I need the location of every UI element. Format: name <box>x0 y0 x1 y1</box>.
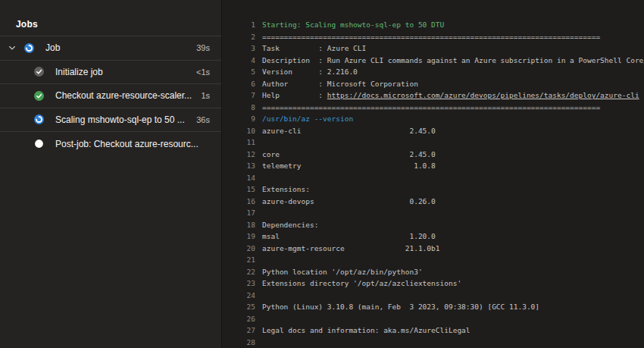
step-label: Checkout azure-resource-scaler... <box>55 90 195 101</box>
log-line: 13telemetry 1.0.8 <box>222 160 644 172</box>
log-line: 12core 2.45.0 <box>222 149 644 161</box>
line-number[interactable]: 14 <box>222 172 255 184</box>
line-number[interactable]: 7 <box>222 89 255 102</box>
log-line-text: Version : 2.216.0 <box>262 66 358 78</box>
step-duration: 39s <box>196 43 210 52</box>
job-step-row[interactable]: Post-job: Checkout azure-resourc... <box>0 132 221 156</box>
line-number[interactable]: 25 <box>222 301 255 313</box>
check-neutral-icon <box>34 67 44 77</box>
line-number[interactable]: 27 <box>222 324 255 337</box>
log-line: 22Python location '/opt/az/bin/python3' <box>222 266 644 278</box>
log-line: 5Version : 2.216.0 <box>222 66 644 78</box>
log-line: 15Extensions: <box>222 183 644 196</box>
line-number[interactable]: 5 <box>222 66 255 78</box>
line-number[interactable]: 13 <box>222 160 255 172</box>
job-step-row[interactable]: Checkout azure-resource-scaler...1s <box>0 84 221 108</box>
line-number[interactable]: 20 <box>222 243 255 255</box>
step-label: Scaling mshowto-sql-ep to 50 ... <box>55 114 190 125</box>
log-line: 25Python (Linux) 3.10.8 (main, Feb 3 202… <box>222 301 644 313</box>
line-number[interactable]: 21 <box>222 254 255 266</box>
line-number[interactable]: 22 <box>222 266 255 278</box>
line-number[interactable]: 4 <box>222 55 255 67</box>
line-number[interactable]: 26 <box>222 313 255 325</box>
log-line-text: ========================================… <box>262 102 600 114</box>
log-line: 20azure-mgmt-resource 21.1.0b1 <box>222 243 644 255</box>
step-duration: 36s <box>196 115 210 124</box>
log-line: 24 <box>222 290 644 302</box>
line-number[interactable]: 3 <box>222 42 255 55</box>
log-viewer[interactable]: 1Starting: Scaling mshowto-sql-ep to 50 … <box>222 0 644 348</box>
log-line: 11 <box>222 136 644 149</box>
log-line: 1Starting: Scaling mshowto-sql-ep to 50 … <box>222 19 644 31</box>
log-line: 7Help : https://docs.microsoft.com/azure… <box>222 89 644 102</box>
log-line: 10azure-cli 2.45.0 <box>222 125 644 137</box>
log-line-text: Extensions: <box>262 183 310 196</box>
log-line-text: Python location '/opt/az/bin/python3' <box>262 266 423 278</box>
line-number[interactable]: 2 <box>222 31 255 43</box>
line-number[interactable]: 15 <box>222 183 255 196</box>
log-line-text: Extensions directory '/opt/az/azcliexten… <box>262 277 461 290</box>
log-line: 2=======================================… <box>222 31 644 43</box>
log-line: 17 <box>222 207 644 219</box>
log-line-text: Starting: Scaling mshowto-sql-ep to 50 D… <box>262 19 444 31</box>
line-number[interactable]: 24 <box>222 290 255 302</box>
log-line-text: Legal docs and information: aka.ms/Azure… <box>262 324 470 337</box>
step-duration: <1s <box>196 67 210 77</box>
log-line: 28 <box>222 337 644 348</box>
job-row[interactable]: Job39s <box>0 36 221 61</box>
log-line: 27Legal docs and information: aka.ms/Azu… <box>222 324 644 337</box>
log-line: 16azure-devops 0.26.0 <box>222 196 644 208</box>
line-number[interactable]: 28 <box>222 337 255 348</box>
log-line: 9/usr/bin/az --version <box>222 113 644 125</box>
line-number[interactable]: 6 <box>222 78 255 90</box>
step-label: Post-job: Checkout azure-resourc... <box>55 139 210 149</box>
jobs-panel-header: Jobs <box>0 0 221 36</box>
log-line-text: telemetry 1.0.8 <box>262 160 436 172</box>
jobs-panel: Jobs Job39sInitialize job<1sCheckout azu… <box>0 0 222 348</box>
running-spinner-icon <box>34 114 44 124</box>
log-line: 4Description : Run Azure CLI commands ag… <box>222 55 644 67</box>
line-number[interactable]: 1 <box>222 19 255 31</box>
log-line-text: azure-cli 2.45.0 <box>262 125 436 137</box>
pending-dot-icon <box>34 139 44 149</box>
log-line-text: azure-mgmt-resource 21.1.0b1 <box>262 243 440 255</box>
log-line: 6Author : Microsoft Corporation <box>222 78 644 90</box>
log-line-text: Description : Run Azure CLI commands aga… <box>262 55 644 67</box>
log-line-text: core 2.45.0 <box>262 149 436 161</box>
log-line-text: Author : Microsoft Corporation <box>262 78 418 90</box>
line-number[interactable]: 10 <box>222 125 255 137</box>
help-link[interactable]: https://docs.microsoft.com/azure/devops/… <box>327 91 639 99</box>
job-steps-list: Job39sInitialize job<1sCheckout azure-re… <box>0 36 221 156</box>
line-number[interactable]: 18 <box>222 219 255 231</box>
log-line: 21 <box>222 254 644 266</box>
log-line: 14 <box>222 172 644 184</box>
line-number[interactable]: 23 <box>222 277 255 290</box>
log-line: 23Extensions directory '/opt/az/azcliext… <box>222 277 644 290</box>
job-step-row[interactable]: Initialize job<1s <box>0 61 221 85</box>
line-number[interactable]: 9 <box>222 113 255 125</box>
line-number[interactable]: 8 <box>222 102 255 114</box>
line-number[interactable]: 16 <box>222 196 255 208</box>
chevron-down-icon[interactable] <box>6 42 18 54</box>
log-line-text: azure-devops 0.26.0 <box>262 196 436 208</box>
job-step-row[interactable]: Scaling mshowto-sql-ep to 50 ...36s <box>0 108 221 133</box>
jobs-panel-title: Jobs <box>16 19 38 30</box>
line-number[interactable]: 17 <box>222 207 255 219</box>
log-line: 18Dependencies: <box>222 219 644 231</box>
log-line: 19msal 1.20.0 <box>222 230 644 243</box>
pipeline-logs-view: Jobs Job39sInitialize job<1sCheckout azu… <box>0 0 644 348</box>
log-line: 8=======================================… <box>222 102 644 114</box>
step-label: Initialize job <box>55 67 190 77</box>
log-line-text: /usr/bin/az --version <box>262 113 353 125</box>
log-line-text: Help : https://docs.microsoft.com/azure/… <box>262 89 639 102</box>
log-line-text: Dependencies: <box>262 219 318 231</box>
log-line: 3Task : Azure CLI <box>222 42 644 55</box>
line-number[interactable]: 19 <box>222 230 255 243</box>
log-line-text: Python (Linux) 3.10.8 (main, Feb 3 2023,… <box>262 301 539 313</box>
line-number[interactable]: 12 <box>222 149 255 161</box>
log-line-text: Task : Azure CLI <box>262 42 366 55</box>
log-line: 26 <box>222 313 644 325</box>
line-number[interactable]: 11 <box>222 136 255 149</box>
log-line-text: msal 1.20.0 <box>262 230 436 243</box>
check-success-icon <box>34 91 44 101</box>
